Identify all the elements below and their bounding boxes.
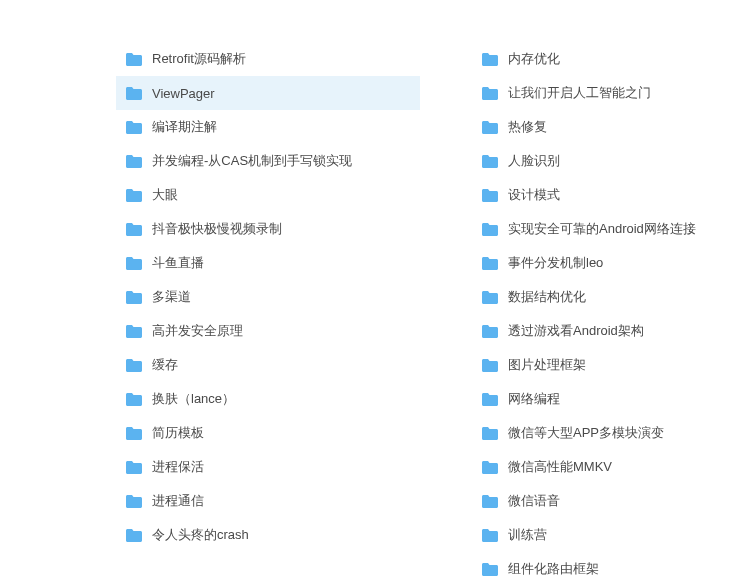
folder-label: 微信等大型APP多模块演变 xyxy=(508,424,664,442)
folder-item[interactable]: 组件化路由框架 xyxy=(472,552,748,578)
folder-label: 透过游戏看Android架构 xyxy=(508,322,644,340)
folder-label: 内存优化 xyxy=(508,50,560,68)
folder-label: 数据结构优化 xyxy=(508,288,586,306)
folder-label: 令人头疼的crash xyxy=(152,526,249,544)
folder-item[interactable]: ViewPager xyxy=(116,76,420,110)
folder-icon xyxy=(482,461,498,474)
folder-item[interactable]: 并发编程-从CAS机制到手写锁实现 xyxy=(116,144,420,178)
folder-item[interactable]: 微信语音 xyxy=(472,484,748,518)
folder-icon xyxy=(126,155,142,168)
folder-column-left: Retrofit源码解析ViewPager编译期注解并发编程-从CAS机制到手写… xyxy=(0,42,420,578)
folder-icon xyxy=(126,359,142,372)
folder-label: 简历模板 xyxy=(152,424,204,442)
folder-item[interactable]: 抖音极快极慢视频录制 xyxy=(116,212,420,246)
folder-item[interactable]: Retrofit源码解析 xyxy=(116,42,420,76)
folder-icon xyxy=(126,121,142,134)
folder-item[interactable]: 人脸识别 xyxy=(472,144,748,178)
folder-label: 多渠道 xyxy=(152,288,191,306)
folder-label: 编译期注解 xyxy=(152,118,217,136)
folder-label: 让我们开启人工智能之门 xyxy=(508,84,651,102)
folder-label: 网络编程 xyxy=(508,390,560,408)
folder-label: 图片处理框架 xyxy=(508,356,586,374)
folder-icon xyxy=(482,155,498,168)
folder-list-container: Retrofit源码解析ViewPager编译期注解并发编程-从CAS机制到手写… xyxy=(0,0,748,578)
folder-label: 抖音极快极慢视频录制 xyxy=(152,220,282,238)
folder-item[interactable]: 设计模式 xyxy=(472,178,748,212)
folder-label: Retrofit源码解析 xyxy=(152,50,246,68)
folder-label: 进程保活 xyxy=(152,458,204,476)
folder-label: 设计模式 xyxy=(508,186,560,204)
folder-icon xyxy=(482,257,498,270)
folder-icon xyxy=(126,325,142,338)
folder-icon xyxy=(482,495,498,508)
folder-item[interactable]: 简历模板 xyxy=(116,416,420,450)
folder-label: 事件分发机制leo xyxy=(508,254,603,272)
folder-label: 斗鱼直播 xyxy=(152,254,204,272)
folder-label: 实现安全可靠的Android网络连接 xyxy=(508,220,696,238)
folder-icon xyxy=(126,223,142,236)
folder-item[interactable]: 令人头疼的crash xyxy=(116,518,420,552)
folder-label: 并发编程-从CAS机制到手写锁实现 xyxy=(152,152,352,170)
folder-icon xyxy=(126,189,142,202)
folder-icon xyxy=(482,189,498,202)
folder-item[interactable]: 图片处理框架 xyxy=(472,348,748,382)
folder-item[interactable]: 缓存 xyxy=(116,348,420,382)
folder-icon xyxy=(482,359,498,372)
folder-label: 缓存 xyxy=(152,356,178,374)
folder-label: 大眼 xyxy=(152,186,178,204)
folder-item[interactable]: 多渠道 xyxy=(116,280,420,314)
folder-label: 训练营 xyxy=(508,526,547,544)
folder-item[interactable]: 热修复 xyxy=(472,110,748,144)
folder-item[interactable]: 训练营 xyxy=(472,518,748,552)
folder-icon xyxy=(126,87,142,100)
folder-icon xyxy=(126,495,142,508)
folder-icon xyxy=(482,325,498,338)
folder-item[interactable]: 内存优化 xyxy=(472,42,748,76)
folder-icon xyxy=(482,291,498,304)
folder-item[interactable]: 换肤（lance） xyxy=(116,382,420,416)
folder-column-right: 内存优化让我们开启人工智能之门热修复人脸识别设计模式实现安全可靠的Android… xyxy=(420,42,748,578)
folder-icon xyxy=(126,393,142,406)
folder-icon xyxy=(126,461,142,474)
folder-label: 换肤（lance） xyxy=(152,390,235,408)
folder-item[interactable]: 数据结构优化 xyxy=(472,280,748,314)
folder-label: ViewPager xyxy=(152,86,215,101)
folder-label: 人脸识别 xyxy=(508,152,560,170)
folder-icon xyxy=(482,427,498,440)
folder-item[interactable]: 微信高性能MMKV xyxy=(472,450,748,484)
folder-label: 热修复 xyxy=(508,118,547,136)
folder-item[interactable]: 进程保活 xyxy=(116,450,420,484)
folder-icon xyxy=(482,529,498,542)
folder-icon xyxy=(482,223,498,236)
folder-item[interactable]: 斗鱼直播 xyxy=(116,246,420,280)
folder-item[interactable]: 微信等大型APP多模块演变 xyxy=(472,416,748,450)
folder-item[interactable]: 事件分发机制leo xyxy=(472,246,748,280)
folder-item[interactable]: 大眼 xyxy=(116,178,420,212)
folder-icon xyxy=(482,563,498,576)
folder-icon xyxy=(482,53,498,66)
folder-icon xyxy=(126,529,142,542)
folder-icon xyxy=(126,257,142,270)
folder-item[interactable]: 透过游戏看Android架构 xyxy=(472,314,748,348)
folder-icon xyxy=(126,427,142,440)
folder-label: 组件化路由框架 xyxy=(508,560,599,578)
folder-item[interactable]: 让我们开启人工智能之门 xyxy=(472,76,748,110)
folder-item[interactable]: 高并发安全原理 xyxy=(116,314,420,348)
folder-item[interactable]: 网络编程 xyxy=(472,382,748,416)
folder-icon xyxy=(126,291,142,304)
folder-label: 微信语音 xyxy=(508,492,560,510)
folder-icon xyxy=(126,53,142,66)
folder-item[interactable]: 进程通信 xyxy=(116,484,420,518)
folder-icon xyxy=(482,393,498,406)
folder-item[interactable]: 实现安全可靠的Android网络连接 xyxy=(472,212,748,246)
folder-label: 进程通信 xyxy=(152,492,204,510)
folder-icon xyxy=(482,87,498,100)
folder-label: 微信高性能MMKV xyxy=(508,458,612,476)
folder-item[interactable]: 编译期注解 xyxy=(116,110,420,144)
folder-icon xyxy=(482,121,498,134)
folder-label: 高并发安全原理 xyxy=(152,322,243,340)
